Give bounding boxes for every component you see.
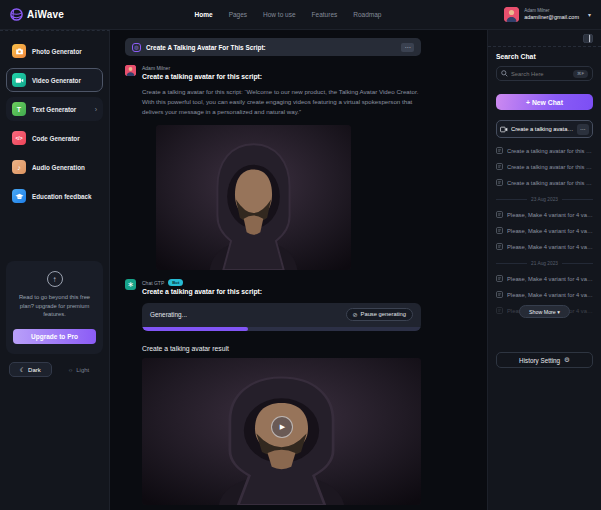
chat-title: Create A Talking Avatar For This Script: xyxy=(146,44,266,51)
pause-label: Pause generating xyxy=(361,311,406,317)
search-box: ⌘F xyxy=(496,66,593,81)
show-more-button[interactable]: Show More ▾ xyxy=(519,305,570,318)
chat-history-item[interactable]: Please, Make 4 variant for 4 varian xyxy=(496,291,593,298)
play-button[interactable]: ▶ xyxy=(271,416,293,438)
user-message-content: Adam Milner Create a talking avatar for … xyxy=(142,65,421,270)
history-setting-button[interactable]: History Setting⚙ xyxy=(496,352,593,368)
result-label: Create a talking avatar result xyxy=(142,345,421,352)
app-logo[interactable]: AiWave xyxy=(10,8,64,21)
theme-light-button[interactable]: ☼Light xyxy=(57,362,101,377)
chat-item-label: Create a talking avatar for this scrip xyxy=(507,180,593,186)
chat-item-label: Create a talking avatar for this scrip xyxy=(507,164,593,170)
chat-item-label: Please, Make 4 variant for 4 varian xyxy=(507,244,593,250)
chat-item-label: Create a talking avatar for this scrip xyxy=(507,148,593,154)
message-title: Create a talking avatar for this script: xyxy=(142,288,421,295)
nav-home[interactable]: Home xyxy=(195,11,213,18)
text-icon: T xyxy=(12,102,26,116)
video-chat-icon xyxy=(500,126,508,133)
sidebar-item-label: Audio Generation xyxy=(32,164,85,171)
chat-doc-icon xyxy=(496,227,503,234)
sidebar-item-text-generator[interactable]: T Text Generator › xyxy=(6,97,103,121)
app-title: AiWave xyxy=(27,9,64,20)
chat-doc-icon xyxy=(496,275,503,282)
chat-history-item[interactable]: Please, Make 4 variant for 4 varian xyxy=(496,243,593,250)
chat-history-item[interactable]: Create a talking avatar for this scrip xyxy=(496,163,593,170)
history-setting-label: History Setting xyxy=(519,357,560,364)
chat-doc-icon xyxy=(496,243,503,250)
left-sidebar: Photo Generator Video Generator T Text G… xyxy=(0,30,110,510)
message-author: Adam Milner xyxy=(142,65,421,71)
theme-dark-label: Dark xyxy=(28,367,41,373)
arrow-up-icon: ↑ xyxy=(47,271,63,287)
message-author: Chat GTPBot xyxy=(142,279,421,286)
sidebar-item-audio-generation[interactable]: ♪ Audio Generation xyxy=(6,155,103,179)
sidebar-item-education-feedback[interactable]: Education feedback xyxy=(6,184,103,208)
aiwave-logo-icon xyxy=(10,8,23,21)
script-icon: ◎ xyxy=(132,43,141,52)
nav-pages[interactable]: Pages xyxy=(229,11,247,18)
chat-doc-icon xyxy=(496,163,503,170)
chat-history-item[interactable]: Please, Make 4 variant for 4 varian xyxy=(496,211,593,218)
sidebar-item-photo-generator[interactable]: Photo Generator xyxy=(6,39,103,63)
top-header: AiWave Home Pages How to use Features Ro… xyxy=(0,0,601,30)
pause-generating-button[interactable]: ⊘Pause generating xyxy=(346,308,413,321)
sidebar-item-label: Text Generator xyxy=(32,106,76,113)
collapse-panel-icon[interactable] xyxy=(583,34,593,43)
sidebar-item-label: Photo Generator xyxy=(32,48,82,55)
music-note-icon: ♪ xyxy=(12,160,26,174)
chevron-right-icon: › xyxy=(95,106,97,113)
date-separator: 21 Aug 2023 xyxy=(496,261,593,266)
chat-title-bar: ◎ Create A Talking Avatar For This Scrip… xyxy=(125,38,421,56)
nav-roadmap[interactable]: Roadmap xyxy=(353,11,381,18)
chat-doc-icon xyxy=(496,147,503,154)
bot-name: Chat GTP xyxy=(142,280,164,286)
chevron-down-icon: ▾ xyxy=(588,11,591,18)
theme-dark-button[interactable]: ☾Dark xyxy=(9,362,52,377)
generating-card: Generating... ⊘Pause generating xyxy=(142,303,421,331)
user-message-avatar xyxy=(125,65,136,76)
sidebar-item-label: Education feedback xyxy=(32,193,92,200)
chat-history-item[interactable]: Please, Make 4 variant for 4 varian xyxy=(496,275,593,282)
nav-how-to-use[interactable]: How to use xyxy=(263,11,296,18)
bot-message: ∗ Chat GTPBot Create a talking avatar fo… xyxy=(125,279,421,510)
bot-message-content: Chat GTPBot Create a talking avatar for … xyxy=(142,279,421,510)
upgrade-to-pro-button[interactable]: Upgrade to Pro xyxy=(13,329,96,344)
chat-history-item[interactable]: Please, Make 4 variant for 4 varian xyxy=(496,227,593,234)
main-nav: Home Pages How to use Features Roadmap xyxy=(195,11,382,18)
search-input[interactable] xyxy=(511,71,570,77)
sidebar-item-code-generator[interactable]: </> Code Generator xyxy=(6,126,103,150)
user-email: adamilner@gmail.com xyxy=(524,14,579,21)
code-icon: </> xyxy=(12,131,26,145)
active-chat-item[interactable]: Create a talking avatar for this scrip ⋯ xyxy=(496,120,593,138)
date-separator: 23 Aug 2023 xyxy=(496,197,593,202)
chat-column: ◎ Create A Talking Avatar For This Scrip… xyxy=(125,38,421,510)
stop-circle-icon: ⊘ xyxy=(353,311,358,318)
camera-icon xyxy=(12,44,26,58)
user-menu[interactable]: Adam Milner adamilner@gmail.com ▾ xyxy=(504,7,591,22)
theme-toggle: ☾Dark ☼Light xyxy=(6,362,103,377)
progress-bar xyxy=(142,327,421,331)
message-title: Create a talking avatar for this script: xyxy=(142,73,421,80)
sidebar-item-video-generator[interactable]: Video Generator xyxy=(6,68,103,92)
chatgpt-avatar: ∗ xyxy=(125,279,136,290)
chat-item-label: Please, Make 4 variant for 4 varian xyxy=(507,276,593,282)
generating-label: Generating... xyxy=(150,311,187,318)
chat-item-label: Please, Make 4 variant for 4 varian xyxy=(507,212,593,218)
nav-features[interactable]: Features xyxy=(312,11,338,18)
sun-icon: ☼ xyxy=(68,367,74,373)
search-icon xyxy=(501,70,508,77)
message-body: Create a talking avatar for this script:… xyxy=(142,87,421,117)
chat-history-item[interactable]: Create a talking avatar for this scrip xyxy=(496,179,593,186)
chat-item-options-button[interactable]: ⋯ xyxy=(577,124,589,135)
chat-item-label: Please, Make 4 variant for 4 varian xyxy=(507,292,593,298)
avatar-result-video[interactable]: ▶ xyxy=(142,358,421,505)
video-icon xyxy=(12,73,26,87)
progress-fill xyxy=(142,327,248,331)
new-chat-button[interactable]: + New Chat xyxy=(496,94,593,110)
chat-history-item[interactable]: Create a talking avatar for this scrip xyxy=(496,147,593,154)
upgrade-text: Read to go beyond this free plan? upgrad… xyxy=(13,293,96,319)
moon-icon: ☾ xyxy=(20,366,25,373)
avatar-source-image xyxy=(156,125,351,270)
user-meta: Adam Milner adamilner@gmail.com xyxy=(524,8,579,21)
chat-options-button[interactable]: ⋯ xyxy=(401,43,414,52)
